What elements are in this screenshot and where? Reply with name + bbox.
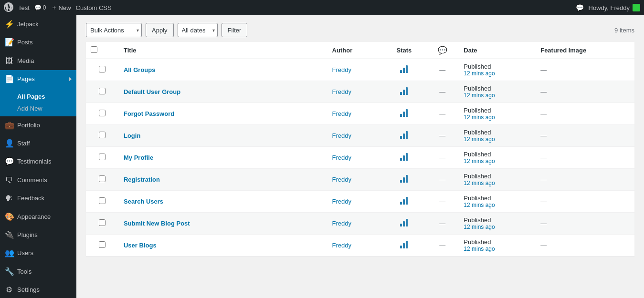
row-checkbox[interactable] xyxy=(99,219,106,226)
row-date-cell: Published12 mins ago xyxy=(459,81,536,103)
author-link[interactable]: Freddy xyxy=(332,220,351,227)
sidebar-item-jetpack[interactable]: ⚡ Jetpack xyxy=(0,15,76,33)
page-title-link[interactable]: Login xyxy=(124,132,140,139)
col-header-featured[interactable]: Featured Image xyxy=(536,42,634,59)
row-checkbox[interactable] xyxy=(99,132,106,138)
row-stats-cell[interactable] xyxy=(382,191,426,213)
date-status: Published xyxy=(464,63,491,70)
sidebar-label-media: Media xyxy=(17,57,34,65)
row-checkbox[interactable] xyxy=(99,197,106,204)
row-checkbox-cell xyxy=(86,103,119,125)
custom-css-link[interactable]: Custom CSS xyxy=(76,4,112,11)
row-checkbox-cell xyxy=(86,59,119,81)
sidebar-item-appearance[interactable]: 🎨 Appearance xyxy=(0,208,76,226)
row-stats-cell[interactable] xyxy=(382,147,426,169)
author-link[interactable]: Freddy xyxy=(332,132,351,139)
select-all-checkbox[interactable] xyxy=(91,46,97,53)
author-link[interactable]: Freddy xyxy=(332,154,351,161)
sidebar-label-feedback: Feedback xyxy=(17,194,44,203)
row-checkbox[interactable] xyxy=(99,154,106,160)
row-stats-cell[interactable] xyxy=(382,81,426,103)
site-name[interactable]: Test xyxy=(18,4,30,11)
sidebar-item-settings[interactable]: ⚙ Settings xyxy=(0,281,76,298)
date-ago-link[interactable]: 12 mins ago xyxy=(464,136,531,143)
sidebar-item-plugins[interactable]: 🔌 Plugins xyxy=(0,226,76,244)
author-link[interactable]: Freddy xyxy=(332,198,351,205)
page-title-link[interactable]: All Groups xyxy=(124,66,155,73)
bulk-actions-select[interactable]: Bulk Actions Edit Move to Trash xyxy=(86,23,142,37)
row-date-cell: Published12 mins ago xyxy=(459,235,536,257)
page-title-link[interactable]: User Blogs xyxy=(124,242,157,249)
date-ago-link[interactable]: 12 mins ago xyxy=(464,92,531,99)
date-filter-select[interactable]: All dates xyxy=(178,23,218,37)
author-link[interactable]: Freddy xyxy=(332,110,351,117)
sidebar-item-feedback[interactable]: 🗣 Feedback xyxy=(0,189,76,207)
comment-icon: 💬 xyxy=(34,4,42,11)
sidebar: ⚡ Jetpack 📝 Posts 🖼 Media 📄 Pages All Pa… xyxy=(0,15,76,298)
page-title-link[interactable]: Submit New Blog Post xyxy=(124,220,190,227)
sidebar-label-testimonials: Testimonials xyxy=(17,157,52,166)
sidebar-item-pages[interactable]: 📄 Pages xyxy=(0,70,76,88)
author-link[interactable]: Freddy xyxy=(332,176,351,183)
date-ago-link[interactable]: 12 mins ago xyxy=(464,224,531,230)
page-title-link[interactable]: Default User Group xyxy=(124,88,180,95)
sidebar-item-media[interactable]: 🖼 Media xyxy=(0,52,76,70)
table-row: My ProfileFreddy—Published12 mins ago— xyxy=(86,147,634,169)
row-author-cell: Freddy xyxy=(327,125,382,147)
row-stats-cell[interactable] xyxy=(382,103,426,125)
author-link[interactable]: Freddy xyxy=(332,66,351,73)
col-header-date[interactable]: Date xyxy=(459,42,536,59)
row-stats-cell[interactable] xyxy=(382,213,426,235)
row-date-cell: Published12 mins ago xyxy=(459,59,536,81)
row-stats-cell[interactable] xyxy=(382,59,426,81)
date-ago-link[interactable]: 12 mins ago xyxy=(464,114,531,121)
page-title-link[interactable]: Registration xyxy=(124,176,160,183)
row-checkbox[interactable] xyxy=(99,175,106,182)
sidebar-item-comments[interactable]: 🗨 Comments xyxy=(0,171,76,189)
page-title-link[interactable]: Search Users xyxy=(124,198,163,205)
sidebar-item-add-new[interactable]: Add New xyxy=(0,103,76,114)
items-count: 9 items xyxy=(614,27,634,34)
date-status: Published xyxy=(464,85,491,92)
sidebar-label-pages: Pages xyxy=(17,75,35,83)
row-checkbox[interactable] xyxy=(99,110,106,116)
row-checkbox[interactable] xyxy=(99,88,106,94)
staff-icon: 👤 xyxy=(5,138,13,149)
author-link[interactable]: Freddy xyxy=(332,242,351,249)
new-button[interactable]: ＋ New xyxy=(51,3,71,12)
row-stats-cell[interactable] xyxy=(382,125,426,147)
author-link[interactable]: Freddy xyxy=(332,88,351,95)
sidebar-item-portfolio[interactable]: 💼 Portfolio xyxy=(0,116,76,134)
row-comments-cell: — xyxy=(426,235,459,257)
row-stats-cell[interactable] xyxy=(382,169,426,191)
comment-bubble[interactable]: 💬 0 xyxy=(34,4,46,11)
page-title-link[interactable]: My Profile xyxy=(124,154,153,161)
sidebar-item-posts[interactable]: 📝 Posts xyxy=(0,33,76,51)
sidebar-item-tools[interactable]: 🔧 Tools xyxy=(0,263,76,281)
row-checkbox[interactable] xyxy=(99,66,106,72)
apply-button[interactable]: Apply xyxy=(146,23,174,37)
howdy-label[interactable]: Howdy, Freddy xyxy=(589,4,640,11)
row-checkbox-cell xyxy=(86,213,119,235)
row-date-cell: Published12 mins ago xyxy=(459,169,536,191)
page-title-link[interactable]: Forgot Password xyxy=(124,110,174,117)
sidebar-item-testimonials[interactable]: 💬 Testimonials xyxy=(0,153,76,171)
date-status: Published xyxy=(464,195,491,202)
col-header-stats[interactable]: Stats xyxy=(382,42,426,59)
row-stats-cell[interactable] xyxy=(382,235,426,257)
date-ago-link[interactable]: 12 mins ago xyxy=(464,70,531,77)
date-ago-link[interactable]: 12 mins ago xyxy=(464,158,531,164)
col-header-author[interactable]: Author xyxy=(327,42,382,59)
date-ago-link[interactable]: 12 mins ago xyxy=(464,180,531,186)
date-ago-link[interactable]: 12 mins ago xyxy=(464,246,531,252)
table-head: Title Author Stats 💬 Date xyxy=(86,42,634,59)
wp-logo-icon[interactable] xyxy=(4,2,13,13)
date-ago-link[interactable]: 12 mins ago xyxy=(464,202,531,208)
testimonials-icon: 💬 xyxy=(5,156,13,167)
sidebar-item-staff[interactable]: 👤 Staff xyxy=(0,134,76,153)
sidebar-item-all-pages[interactable]: All Pages xyxy=(0,91,76,103)
col-header-title[interactable]: Title xyxy=(119,42,327,59)
sidebar-item-users[interactable]: 👥 Users xyxy=(0,244,76,262)
filter-button[interactable]: Filter xyxy=(222,23,248,37)
row-checkbox[interactable] xyxy=(99,241,106,248)
